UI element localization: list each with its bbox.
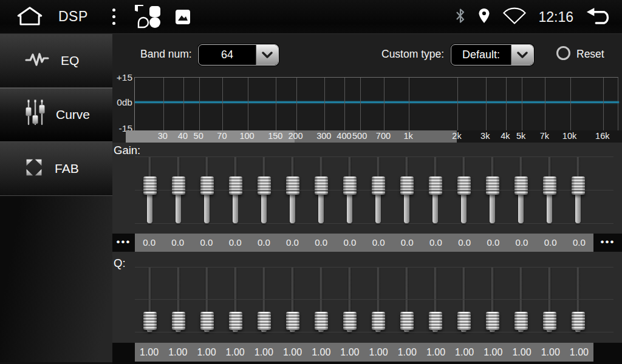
frequency-axis[interactable]: 304050701001502003004005007001k2k3k4k5k7… xyxy=(112,130,622,143)
gallery-icon[interactable] xyxy=(175,9,191,25)
q-slider[interactable] xyxy=(343,267,357,332)
custom-type-select[interactable]: Default: xyxy=(451,44,534,66)
gridline xyxy=(409,78,409,131)
gridline xyxy=(570,78,571,131)
slider-knob-handle[interactable] xyxy=(372,177,385,195)
slider-knob-handle[interactable] xyxy=(286,177,299,195)
slider-knob-handle[interactable] xyxy=(258,312,271,330)
chevron-down-icon[interactable] xyxy=(511,45,533,65)
q-slider[interactable] xyxy=(143,267,157,332)
slider-knob-handle[interactable] xyxy=(543,312,556,330)
q-slider[interactable] xyxy=(286,267,299,332)
slider-track xyxy=(290,195,295,223)
slider-knob-handle[interactable] xyxy=(315,312,328,330)
slider-knob-handle[interactable] xyxy=(229,312,242,330)
sidebar-item-curve[interactable]: Curve xyxy=(0,88,112,142)
sidebar-item-fab[interactable]: FAB xyxy=(0,142,112,196)
slider-knob-handle[interactable] xyxy=(172,177,185,195)
slider-track xyxy=(490,157,494,177)
slider-track xyxy=(575,195,581,223)
q-value-row: 1.001.001.001.001.001.001.001.001.001.00… xyxy=(112,343,622,364)
slider-knob-handle[interactable] xyxy=(457,177,471,195)
home-icon[interactable] xyxy=(16,5,44,29)
slider-track xyxy=(576,267,580,312)
gain-overflow-right-button[interactable]: ••• xyxy=(593,234,622,251)
slider-knob-handle[interactable] xyxy=(143,312,157,330)
overflow-menu-icon[interactable] xyxy=(110,6,118,27)
q-slider[interactable] xyxy=(400,267,414,332)
sidebar-item-eq[interactable]: EQ xyxy=(0,34,112,88)
gain-value: 0.0 xyxy=(307,234,335,252)
slider-knob-handle[interactable] xyxy=(229,177,242,195)
eq-curve-plot[interactable] xyxy=(134,77,618,130)
slider-knob-handle[interactable] xyxy=(143,177,157,195)
q-slider[interactable] xyxy=(372,267,385,332)
freq-tick: 10k xyxy=(556,131,583,141)
slider-knob-handle[interactable] xyxy=(429,312,442,330)
q-slider[interactable] xyxy=(229,267,242,332)
slider-knob-handle[interactable] xyxy=(400,177,414,195)
apps-clover-icon[interactable] xyxy=(135,5,162,29)
q-slider[interactable] xyxy=(258,267,271,332)
freq-tick: 2k xyxy=(443,131,470,141)
slider-knob-handle[interactable] xyxy=(543,177,556,195)
q-slider[interactable] xyxy=(543,267,556,332)
gain-value: 0.0 xyxy=(135,234,163,252)
slider-knob-handle[interactable] xyxy=(486,312,499,330)
q-slider[interactable] xyxy=(315,267,328,332)
reset-radio[interactable] xyxy=(556,46,570,60)
slider-knob-handle[interactable] xyxy=(429,177,442,195)
slider-knob-handle[interactable] xyxy=(172,312,185,330)
band-num-label: Band num: xyxy=(140,48,192,61)
slider-knob-handle[interactable] xyxy=(343,312,357,330)
slider-knob-handle[interactable] xyxy=(315,177,328,195)
slider-knob-handle[interactable] xyxy=(514,177,528,195)
slider-knob-handle[interactable] xyxy=(343,177,357,195)
slider-track xyxy=(490,195,495,223)
slider-knob-handle[interactable] xyxy=(514,312,528,330)
q-slider[interactable] xyxy=(486,267,499,332)
slider-knob-handle[interactable] xyxy=(486,177,499,195)
q-slider[interactable] xyxy=(572,267,585,332)
slider-track xyxy=(576,157,580,177)
gridline xyxy=(324,78,325,131)
slider-knob-handle[interactable] xyxy=(286,312,299,330)
slider-knob-handle[interactable] xyxy=(457,312,471,330)
gain-overflow-left-button[interactable]: ••• xyxy=(112,234,135,251)
gridline xyxy=(199,78,200,131)
slider-knob-handle[interactable] xyxy=(258,177,271,195)
slider-track xyxy=(405,157,409,177)
slider-track xyxy=(405,267,409,312)
slider-track xyxy=(433,157,437,177)
sliders-icon xyxy=(24,99,45,130)
back-icon[interactable] xyxy=(584,7,615,28)
page-title: DSP xyxy=(58,8,88,25)
q-slider[interactable] xyxy=(514,267,528,332)
gridline xyxy=(545,78,545,131)
slider-track xyxy=(205,267,209,312)
slider-track xyxy=(519,267,523,312)
location-icon xyxy=(477,7,491,27)
slider-knob-handle[interactable] xyxy=(400,312,414,330)
q-value: 1.00 xyxy=(393,343,422,362)
slider-knob-handle[interactable] xyxy=(572,312,585,330)
q-slider[interactable] xyxy=(200,267,214,332)
gridline xyxy=(522,78,522,131)
slider-knob-handle[interactable] xyxy=(200,312,214,330)
band-num-select[interactable]: 64 xyxy=(198,44,279,66)
gridline xyxy=(296,78,297,131)
slider-track xyxy=(347,157,352,177)
q-slider[interactable] xyxy=(172,267,185,332)
slider-knob-handle[interactable] xyxy=(200,177,214,195)
q-value: 1.00 xyxy=(450,343,479,362)
q-slider[interactable] xyxy=(429,267,442,332)
q-slider[interactable] xyxy=(457,267,471,332)
waveform-icon xyxy=(24,50,50,71)
slider-track xyxy=(290,157,295,177)
slider-knob-handle[interactable] xyxy=(372,312,385,330)
slider-knob-handle[interactable] xyxy=(572,177,585,195)
chevron-down-icon[interactable] xyxy=(256,45,278,65)
gain-value: 0.0 xyxy=(450,234,479,252)
slider-track xyxy=(262,267,266,312)
wifi-icon xyxy=(502,7,527,27)
